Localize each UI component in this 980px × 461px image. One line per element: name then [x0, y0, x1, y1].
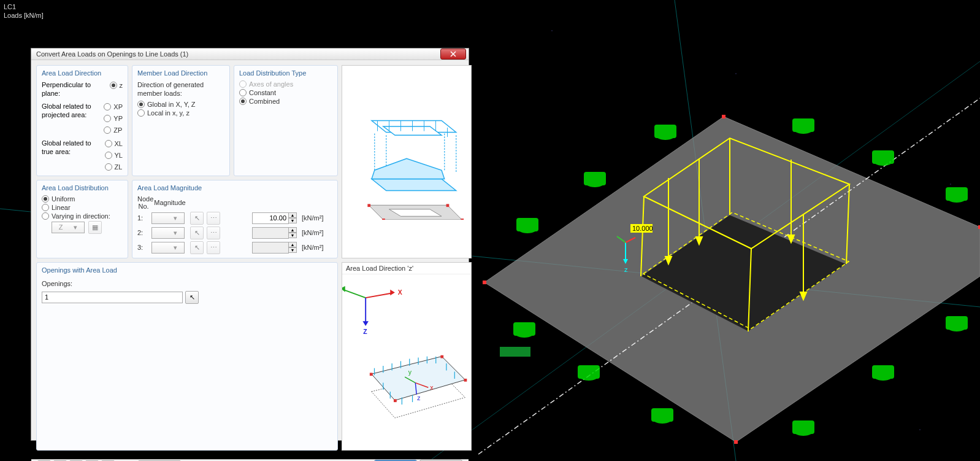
group-title: Openings with Area Load [42, 266, 332, 274]
openings-group: Openings with Area Load Openings: ↖ [36, 262, 338, 451]
radio-zl[interactable] [105, 163, 112, 171]
pick-xyz1-icon: ⋯ [207, 212, 220, 225]
svg-line-86 [343, 289, 366, 297]
svg-point-6 [950, 184, 951, 185]
radio-local-xyz[interactable] [137, 109, 145, 117]
svg-rect-36 [651, 408, 673, 422]
varying-pick-icon: ▦ [88, 221, 102, 234]
projected-label: Global related to projected area: [42, 102, 100, 120]
radio-uniform[interactable] [42, 195, 49, 203]
load-value-label: 10.000 [632, 225, 653, 232]
svg-rect-27 [483, 281, 486, 284]
load-distribution-type-group: Load Distribution Type Axes of angles Co… [234, 65, 338, 176]
svg-rect-44 [946, 187, 968, 201]
svg-marker-84 [390, 289, 395, 295]
svg-rect-28 [722, 115, 725, 118]
svg-text:X: X [398, 289, 402, 296]
radio-yl[interactable] [105, 152, 112, 159]
node2-select: ▾ [151, 227, 185, 239]
svg-rect-81 [382, 219, 385, 220]
magnitude-3-input: ▲▼ [252, 242, 300, 254]
svg-text:x: x [430, 384, 434, 391]
svg-point-3 [919, 429, 921, 430]
svg-marker-90 [362, 321, 369, 326]
true-area-label: Global related to true area: [42, 139, 101, 157]
preview-caption: Area Load Direction 'z' [342, 263, 471, 274]
magnitude-1-input[interactable]: ▲▼ [252, 212, 300, 224]
svg-rect-79 [367, 204, 370, 207]
svg-point-4 [735, 73, 737, 74]
svg-point-2 [551, 30, 553, 31]
pick-node1-icon: ↖ [190, 212, 204, 225]
svg-text:y: y [408, 369, 412, 376]
svg-rect-54 [516, 218, 538, 231]
svg-rect-48 [792, 118, 814, 132]
svg-rect-82 [461, 219, 464, 220]
svg-rect-108 [370, 373, 373, 376]
varying-direction-select: Z▾ [52, 222, 85, 233]
radio-z[interactable] [110, 82, 117, 89]
svg-marker-76 [372, 159, 445, 179]
scene-label: LC1 Loads [kN/m] [4, 2, 44, 20]
svg-rect-40 [872, 365, 894, 379]
preview-bottom: Area Load Direction 'z' X Y Z [342, 262, 472, 451]
group-title: Area Load Direction [42, 69, 123, 77]
pick-openings-icon[interactable]: ↖ [185, 291, 199, 304]
pick-xyz3-icon: ⋯ [207, 241, 220, 254]
perpendicular-label: Perpendicular to plane: [42, 80, 106, 98]
radio-linear[interactable] [42, 204, 49, 211]
area-load-direction-group: Area Load Direction Perpendicular to pla… [36, 65, 128, 176]
svg-rect-46 [872, 150, 894, 164]
svg-rect-109 [440, 355, 443, 358]
svg-rect-52 [584, 172, 606, 185]
svg-marker-75 [372, 179, 456, 191]
group-title: Member Load Direction [137, 69, 224, 77]
radio-varying[interactable] [42, 212, 49, 220]
group-title: Load Distribution Type [239, 69, 332, 77]
close-button[interactable] [440, 48, 466, 60]
openings-input[interactable] [42, 292, 183, 303]
convert-area-loads-dialog: Convert Area Loads on Openings to Line L… [31, 48, 469, 441]
area-load-magnitude-group: Area Load Magnitude Node No. Magnitude 1… [132, 180, 338, 258]
radio-xp[interactable] [104, 103, 111, 110]
titlebar[interactable]: Convert Area Loads on Openings to Line L… [31, 48, 469, 60]
pick-node2-icon: ↖ [190, 227, 204, 239]
svg-rect-42 [946, 316, 968, 330]
radio-global-xyz[interactable] [137, 101, 145, 108]
svg-rect-110 [464, 379, 467, 382]
svg-rect-32 [513, 322, 535, 336]
group-title: Area Load Distribution [42, 184, 123, 192]
member-load-direction-group: Member Load Direction Direction of gener… [132, 65, 230, 176]
svg-text:z: z [417, 395, 420, 401]
area-load-distribution-group: Area Load Distribution Uniform Linear Va… [36, 180, 128, 258]
node1-select: ▾ [151, 212, 185, 224]
pick-node3-icon: ↖ [190, 241, 204, 254]
preview-top [342, 65, 472, 258]
group-title: Area Load Magnitude [137, 184, 332, 192]
radio-xl[interactable] [105, 140, 112, 147]
svg-rect-80 [446, 204, 450, 207]
svg-line-83 [366, 293, 392, 298]
svg-rect-111 [394, 399, 397, 402]
radio-yp[interactable] [104, 115, 111, 122]
pick-xyz2-icon: ⋯ [207, 227, 220, 239]
svg-rect-30 [734, 440, 738, 444]
magnitude-2-input: ▲▼ [252, 227, 300, 239]
dialog-title: Convert Area Loads on Openings to Line L… [36, 50, 438, 58]
radio-constant[interactable] [239, 89, 247, 96]
radio-zp[interactable] [104, 126, 111, 134]
svg-rect-50 [654, 125, 676, 138]
svg-rect-34 [578, 365, 600, 379]
svg-text:z: z [624, 266, 628, 273]
svg-rect-55 [500, 347, 530, 357]
radio-combined[interactable] [239, 98, 247, 105]
radio-axes-angles [239, 80, 247, 88]
svg-marker-87 [342, 286, 345, 292]
node3-select: ▾ [151, 242, 185, 254]
svg-rect-38 [792, 420, 814, 434]
svg-text:Z: Z [363, 328, 367, 335]
